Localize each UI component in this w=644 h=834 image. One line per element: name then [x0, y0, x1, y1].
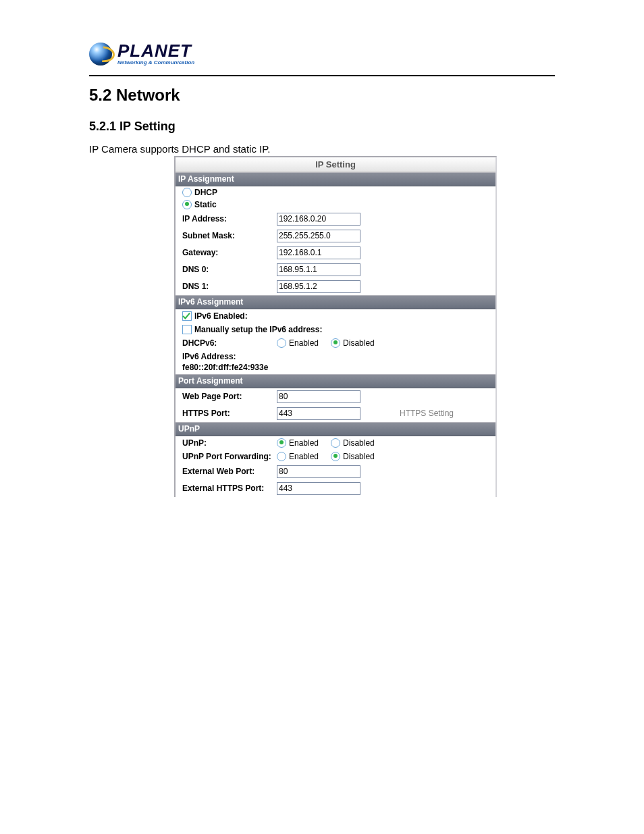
- radio-icon: [277, 438, 286, 448]
- upnp-pf-enabled-label: Enabled: [289, 452, 319, 461]
- ip-address-input[interactable]: [277, 213, 360, 226]
- ipv6-enabled-label: IPv6 Enabled:: [194, 311, 248, 321]
- brand-name: PLANET: [117, 42, 194, 59]
- port-assignment-header: Port Assignment: [176, 374, 495, 388]
- brand-logo: PLANET Networking & Communication: [89, 42, 194, 66]
- intro-text: IP Camera supports DHCP and static IP.: [89, 143, 555, 155]
- ipv6-enabled-row[interactable]: IPv6 Enabled:: [176, 309, 495, 323]
- upnp-enabled-label: Enabled: [289, 438, 319, 448]
- dns1-label: DNS 1:: [182, 282, 277, 291]
- checkbox-icon: [182, 311, 192, 321]
- radio-icon: [331, 452, 340, 461]
- radio-icon: [182, 188, 192, 197]
- logo-area: PLANET Networking & Communication: [0, 0, 644, 71]
- ip-setting-panel: IP Setting IP Assignment DHCP Static IP …: [174, 156, 497, 497]
- dhcpv6-disabled-radio[interactable]: Disabled: [331, 338, 375, 348]
- dhcpv6-enabled-radio[interactable]: Enabled: [277, 338, 319, 348]
- checkbox-icon: [182, 325, 192, 334]
- divider: [89, 75, 555, 76]
- upnp-disabled-label: Disabled: [343, 438, 375, 448]
- subsection-heading: 5.2.1 IP Setting: [89, 120, 555, 134]
- radio-icon: [277, 452, 286, 461]
- radio-icon: [331, 438, 340, 448]
- https-port-input[interactable]: [277, 407, 360, 420]
- subnet-mask-label: Subnet Mask:: [182, 231, 277, 240]
- gateway-input[interactable]: [277, 246, 360, 259]
- brand-tagline: Networking & Communication: [117, 60, 194, 66]
- dhcpv6-label: DHCPv6:: [182, 338, 277, 348]
- panel-title: IP Setting: [176, 157, 495, 172]
- static-label: Static: [194, 200, 217, 209]
- ipv6-manual-label: Manually setup the IPv6 address:: [194, 325, 322, 334]
- upnp-pf-label: UPnP Port Forwarding:: [182, 452, 277, 461]
- upnp-pf-disabled-label: Disabled: [343, 452, 375, 461]
- ext-web-port-input[interactable]: [277, 465, 360, 478]
- dns1-input[interactable]: [277, 280, 360, 293]
- static-radio[interactable]: Static: [182, 200, 217, 209]
- subnet-mask-input[interactable]: [277, 230, 360, 242]
- radio-icon: [331, 338, 340, 348]
- static-radio-row[interactable]: Static: [176, 199, 495, 211]
- dhcp-radio-row[interactable]: DHCP: [176, 186, 495, 199]
- web-port-label: Web Page Port:: [182, 392, 277, 401]
- ext-https-port-label: External HTTPS Port:: [182, 484, 277, 493]
- dhcpv6-enabled-label: Enabled: [289, 338, 319, 348]
- ipv6-address-value: fe80::20f:dff:fe24:933e: [182, 363, 268, 372]
- dhcp-label: DHCP: [194, 188, 217, 197]
- upnp-label: UPnP:: [182, 438, 277, 448]
- dhcp-radio[interactable]: DHCP: [182, 188, 217, 197]
- upnp-pf-disabled-radio[interactable]: Disabled: [331, 452, 375, 461]
- ip-assignment-header: IP Assignment: [176, 172, 495, 186]
- ip-address-label: IP Address:: [182, 214, 277, 224]
- dhcpv6-disabled-label: Disabled: [343, 338, 375, 348]
- ipv6-address-label: IPv6 Address:: [182, 352, 236, 361]
- upnp-disabled-radio[interactable]: Disabled: [331, 438, 375, 448]
- ipv6-assignment-header: IPv6 Assignment: [176, 295, 495, 309]
- gateway-label: Gateway:: [182, 248, 277, 257]
- upnp-pf-enabled-radio[interactable]: Enabled: [277, 452, 319, 461]
- section-heading: 5.2 Network: [89, 86, 555, 105]
- ipv6-enabled-checkbox[interactable]: IPv6 Enabled:: [182, 311, 248, 321]
- ipv6-address-block: IPv6 Address: fe80::20f:dff:fe24:933e: [176, 350, 495, 374]
- upnp-enabled-radio[interactable]: Enabled: [277, 438, 319, 448]
- dns0-input[interactable]: [277, 263, 360, 276]
- https-setting-link[interactable]: HTTPS Setting: [400, 409, 454, 418]
- ext-web-port-label: External Web Port:: [182, 467, 277, 476]
- ext-https-port-input[interactable]: [277, 482, 360, 495]
- upnp-header: UPnP: [176, 422, 495, 436]
- globe-icon: [89, 43, 112, 66]
- ipv6-manual-checkbox[interactable]: Manually setup the IPv6 address:: [182, 325, 322, 334]
- radio-icon: [182, 200, 192, 209]
- ipv6-manual-row[interactable]: Manually setup the IPv6 address:: [176, 323, 495, 336]
- page: PLANET Networking & Communication 5.2 Ne…: [0, 0, 644, 834]
- dns0-label: DNS 0:: [182, 265, 277, 274]
- https-port-label: HTTPS Port:: [182, 409, 277, 418]
- radio-icon: [277, 338, 286, 348]
- web-port-input[interactable]: [277, 390, 360, 403]
